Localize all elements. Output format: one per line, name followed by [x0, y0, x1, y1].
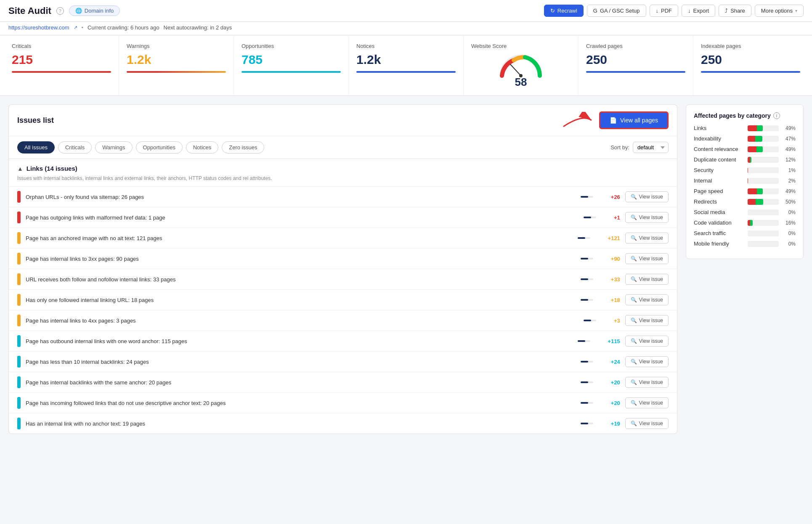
mini-bar-fill [578, 237, 585, 239]
recrawl-button[interactable]: ↻ Recrawl [544, 5, 584, 17]
stat-criticals[interactable]: Criticals 215 [4, 35, 119, 95]
stat-indexable-bar [701, 71, 800, 73]
view-issue-button[interactable]: 🔍 View issue [625, 274, 669, 285]
issue-count: +3 [614, 318, 620, 324]
domain-url-link[interactable]: https://sureshotbrew.com [8, 24, 69, 31]
crawl-info: Current crawling: 6 hours ago [88, 24, 159, 31]
issue-severity-indicator [17, 273, 21, 285]
search-icon: 🔍 [631, 421, 637, 426]
more-options-button[interactable]: More options ▾ [755, 5, 804, 17]
issue-description: Page has incoming followed links that do… [26, 400, 576, 406]
ga-gsc-button[interactable]: G GA / GSC Setup [587, 5, 646, 17]
sidebar-panel: Affected pages by category i Links 49% I… [686, 104, 804, 434]
issue-row: Page has less than 10 internal backlinks… [9, 351, 677, 372]
stat-notices-bar [356, 71, 456, 73]
stat-criticals-value: 215 [12, 53, 111, 67]
issue-row: URL receives both follow and nofollow in… [9, 269, 677, 289]
sidebar-cat-bar-green [750, 220, 753, 226]
page-title: Site Audit [8, 5, 51, 16]
filter-tab-all-issues[interactable]: All issues [17, 141, 55, 153]
issue-description: Page has outbound internal links with on… [26, 338, 573, 344]
top-bar-right: ↻ Recrawl G GA / GSC Setup ↓ PDF ↓ Expor… [544, 5, 804, 17]
view-issue-button[interactable]: 🔍 View issue [625, 356, 669, 367]
sidebar-cat-pct: 49% [782, 146, 796, 152]
sidebar-cat-bar-wrap [748, 178, 779, 184]
gauge-svg [498, 53, 544, 78]
issue-severity-indicator [17, 376, 21, 388]
issue-row: Page has incoming followed links that do… [9, 392, 677, 413]
mini-bar-bg [581, 196, 593, 198]
view-all-pages-button[interactable]: 📄 View all pages [599, 111, 669, 129]
stat-crawled-label: Crawled pages [586, 43, 685, 49]
sidebar-cat-bar-wrap [748, 136, 779, 142]
view-issue-button[interactable]: 🔍 View issue [625, 377, 669, 388]
sidebar-cat-bar-wrap [748, 241, 779, 247]
view-issue-button[interactable]: 🔍 View issue [625, 294, 669, 305]
issue-description: Page has internal links to 3xx pages: 90… [26, 256, 576, 262]
arrow-container: 📄 View all pages [561, 111, 669, 129]
view-issue-button[interactable]: 🔍 View issue [625, 191, 669, 202]
sidebar-category-row: Social media 0% [694, 209, 796, 215]
view-issue-button[interactable]: 🔍 View issue [625, 253, 669, 264]
issue-severity-indicator [17, 315, 21, 326]
sidebar-cat-name: Links [694, 125, 744, 131]
pdf-button[interactable]: ↓ PDF [650, 5, 679, 17]
mini-bar-container [581, 196, 606, 198]
view-issue-button[interactable]: 🔍 View issue [625, 315, 669, 326]
sidebar-cat-bar-wrap [748, 188, 779, 194]
sidebar-cat-bar [748, 136, 762, 142]
stat-indexable-pages[interactable]: Indexable pages 250 [693, 35, 808, 95]
filter-tab-zero-issues[interactable]: Zero issues [222, 141, 264, 153]
stat-notices[interactable]: Notices 1.2k [349, 35, 464, 95]
filter-tab-warnings[interactable]: Warnings [95, 141, 132, 153]
mini-bar-bg [578, 340, 590, 342]
sidebar-cat-pct: 12% [782, 157, 796, 163]
sidebar-cat-bar-green [748, 178, 748, 184]
issue-description: URL receives both follow and nofollow in… [26, 276, 576, 283]
category-description: Issues with internal backlinks, internal… [9, 175, 677, 186]
sort-dropdown[interactable]: default count severity [633, 142, 669, 153]
view-issue-button[interactable]: 🔍 View issue [625, 212, 669, 223]
mini-bar-fill [581, 299, 588, 301]
chevron-up-icon[interactable]: ▲ [17, 165, 23, 172]
export-button[interactable]: ↓ Export [682, 5, 715, 17]
top-bar-left: Site Audit ? 🌐 Domain info [8, 5, 120, 16]
domain-info-button[interactable]: 🌐 Domain info [69, 5, 120, 16]
share-button[interactable]: ⤴ Share [719, 5, 751, 17]
sidebar-cat-name: Code validation [694, 220, 744, 226]
help-icon[interactable]: ? [56, 7, 64, 15]
info-icon[interactable]: i [773, 112, 780, 119]
main-content: Issues list 📄 View all pages [0, 96, 812, 442]
stat-crawled-pages[interactable]: Crawled pages 250 [578, 35, 693, 95]
view-issue-button[interactable]: 🔍 View issue [625, 397, 669, 408]
stat-criticals-label: Criticals [12, 43, 111, 49]
issues-list-title: Issues list [17, 116, 54, 125]
view-issue-button[interactable]: 🔍 View issue [625, 233, 669, 243]
filter-tab-opportunities[interactable]: Opportunities [136, 141, 183, 153]
issue-description: Orphan URLs - only found via sitemap: 26… [26, 194, 576, 200]
stat-warnings[interactable]: Warnings 1.2k [119, 35, 234, 95]
sidebar-title: Affected pages by category i [694, 112, 796, 119]
issue-count: +18 [611, 297, 620, 303]
search-icon: 🔍 [631, 256, 637, 262]
sidebar-cat-bar-wrap [748, 220, 779, 226]
view-issue-button[interactable]: 🔍 View issue [625, 336, 669, 347]
separator-dot: • [82, 24, 84, 31]
mini-bar-container [578, 340, 603, 342]
sidebar-cat-pct: 47% [782, 136, 796, 142]
view-issue-button[interactable]: 🔍 View issue [625, 418, 669, 429]
mini-bar-bg [581, 381, 593, 383]
filter-tab-notices[interactable]: Notices [186, 141, 218, 153]
stat-opportunities[interactable]: Opportunities 785 [234, 35, 349, 95]
issue-row: Page has outbound internal links with on… [9, 331, 677, 351]
sidebar-category-row: Mobile friendly 0% [694, 241, 796, 247]
issue-rows-container: Orphan URLs - only found via sitemap: 26… [9, 186, 677, 434]
sidebar-cat-pct: 49% [782, 125, 796, 131]
stat-criticals-bar [12, 71, 111, 73]
stat-opportunities-bar [241, 71, 341, 73]
stat-website-score[interactable]: Website Score 58 [464, 35, 578, 95]
filter-tab-criticals[interactable]: Criticals [58, 141, 92, 153]
issue-count: +115 [608, 338, 620, 344]
search-icon: 🔍 [631, 276, 637, 282]
issue-row: Page has internal links to 3xx pages: 90… [9, 248, 677, 269]
